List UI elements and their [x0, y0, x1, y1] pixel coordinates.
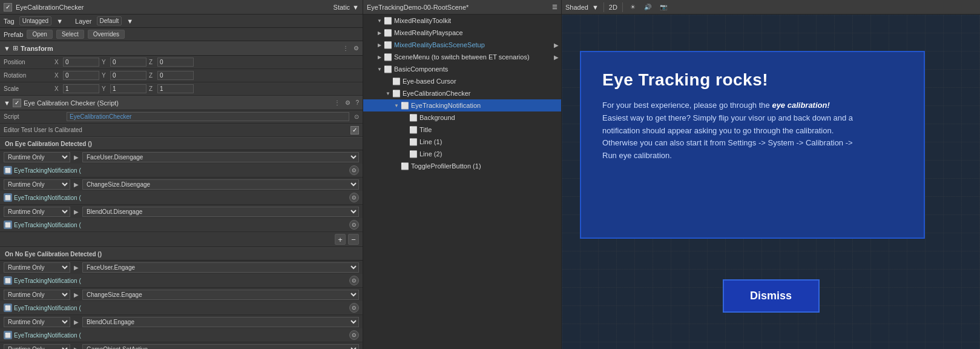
no-eye-cal-2-icon: ⬜ [4, 331, 12, 339]
rotation-z-input[interactable] [157, 71, 194, 80]
hier-arrow-basicscene: ▶ [375, 41, 384, 49]
position-y-field: Y [102, 58, 146, 67]
position-z-input[interactable] [157, 58, 194, 67]
hier-label-title: Title [419, 126, 432, 133]
body-bold: eye calibration! [772, 101, 829, 110]
script-link-icon[interactable]: ⊙ [354, 113, 359, 120]
no-eye-cal-1-runtime-select[interactable]: Runtime Only [4, 290, 70, 300]
script-settings-icon[interactable]: ⚙ [345, 99, 350, 106]
hier-item-scenemenu[interactable]: ▶ ⬜ SceneMenu (to switch between ET scen… [363, 51, 561, 63]
script-help-icon[interactable]: ? [355, 99, 359, 106]
script-fold-icon[interactable]: ▼ [4, 99, 10, 107]
script-enabled-toggle[interactable]: ✓ [13, 99, 21, 107]
hier-item-eyecalchecker[interactable]: ▼ ⬜ EyeCalibrationChecker [363, 87, 561, 99]
eye-cal-remove-btn[interactable]: − [348, 234, 359, 245]
no-eye-cal-1-icon: ⬜ [4, 304, 12, 312]
prefab-overrides-button[interactable]: Overrides [88, 30, 125, 39]
hier-icon-line2: ⬜ [409, 150, 418, 158]
calibrated-checkbox[interactable]: ✓ [350, 126, 359, 135]
arrow-icon-2: ▶ [74, 208, 79, 215]
prefab-select-button[interactable]: Select [56, 30, 84, 39]
camera-btn[interactable]: 📷 [657, 3, 669, 11]
eye-cal-1-function-select[interactable]: ChangeSize.Disengage [82, 179, 359, 190]
hier-arrow-basiccomp: ▼ [375, 65, 384, 73]
hier-item-eyetrackingnotif[interactable]: ▼ ⬜ EyeTrackingNotification [363, 99, 561, 111]
eye-cal-2-pick-btn[interactable]: ⊙ [349, 220, 359, 230]
tag-value[interactable]: Untagged [19, 16, 51, 25]
sz-label: Z [149, 85, 156, 92]
hier-item-basiccomponents[interactable]: ▼ ⬜ BasicComponents [363, 63, 561, 75]
rz-label: Z [149, 72, 156, 79]
transform-options-icon[interactable]: ⋮ [343, 45, 349, 52]
transform-fold-icon[interactable]: ▼ [4, 45, 10, 52]
eye-cal-entry-1-top: Runtime Only ▶ ChangeSize.Disengage [0, 178, 363, 191]
no-eye-cal-0-function-select[interactable]: FaceUser.Engage [82, 262, 359, 273]
script-options-icon[interactable]: ⋮ [334, 99, 340, 106]
view-2d[interactable]: 2D [609, 4, 617, 11]
hier-item-basicscenesetup[interactable]: ▶ ⬜ MixedRealityBasicSceneSetup ▶ [363, 39, 561, 51]
eye-cal-1-object-icon: ⬜ [4, 193, 12, 202]
no-eye-cal-entry-0: Runtime Only ▶ FaceUser.Engage ⬜ EyeTrac… [0, 261, 363, 288]
scale-z-input[interactable] [157, 84, 194, 93]
sun-btn[interactable]: ☀ [628, 3, 638, 11]
speaker-btn[interactable]: 🔊 [642, 3, 654, 11]
prefab-open-button[interactable]: Open [27, 30, 52, 39]
hier-item-playspace[interactable]: ▶ ⬜ MixedRealityPlayspace [363, 27, 561, 39]
no-eye-cal-0-object-field: ⬜ EyeTrackingNotification ( [4, 276, 347, 285]
position-x-input[interactable] [63, 58, 99, 67]
ry-label: Y [102, 72, 109, 79]
calibrated-row: Editor Test User Is Calibrated ✓ [0, 124, 363, 137]
dismiss-label: Dismiss [750, 290, 792, 302]
eye-cal-entry-2: Runtime Only ▶ BlendOut.Disengage ⬜ EyeT… [0, 205, 363, 232]
scale-x-field: X [54, 84, 99, 93]
no-eye-cal-0-runtime-select[interactable]: Runtime Only [4, 262, 70, 273]
hierarchy-menu-icon[interactable]: ☰ [552, 4, 557, 10]
no-eye-cal-0-pick-btn[interactable]: ⊙ [349, 276, 359, 285]
no-eye-cal-1-pick-btn[interactable]: ⊙ [349, 303, 359, 313]
hier-item-mixedrealitytoolkit[interactable]: ▼ ⬜ MixedRealityToolkit [363, 15, 561, 27]
eye-cal-0-function-select[interactable]: FaceUser.Disengage [82, 152, 359, 162]
no-eye-cal-3-runtime-select[interactable]: Runtime Only [4, 344, 70, 350]
scale-x-input[interactable] [63, 84, 99, 93]
transform-settings-icon[interactable]: ⚙ [354, 45, 359, 52]
on-eye-calibration-header: On Eye Calibration Detected () [0, 137, 363, 150]
calibrated-label: Editor Test User Is Calibrated [4, 127, 348, 133]
hier-item-line1[interactable]: ▶ ⬜ Line (1) [363, 136, 561, 148]
rotation-y-field: Y [102, 71, 146, 80]
eye-cal-1-runtime-select[interactable]: Runtime Only [4, 179, 70, 190]
eye-cal-1-pick-btn[interactable]: ⊙ [349, 193, 359, 202]
no-eye-cal-2-pick-btn[interactable]: ⊙ [349, 330, 359, 340]
no-eye-cal-0-name: EyeTrackingNotification ( [14, 278, 81, 284]
no-eye-cal-3-function-select[interactable]: GameObject.SetActive [82, 344, 359, 350]
hier-item-line2[interactable]: ▶ ⬜ Line (2) [363, 148, 561, 160]
hier-item-toggleprofiler[interactable]: ▶ ⬜ ToggleProfilerButton (1) [363, 160, 561, 172]
no-eye-cal-entry-0-top: Runtime Only ▶ FaceUser.Engage [0, 261, 363, 274]
hierarchy-content[interactable]: ▼ ⬜ MixedRealityToolkit ▶ ⬜ MixedReality… [363, 15, 561, 349]
eye-cal-2-object-field: ⬜ EyeTrackingNotification ( [4, 221, 347, 229]
eye-cal-0-pick-btn[interactable]: ⊙ [349, 165, 359, 175]
rotation-x-input[interactable] [63, 71, 99, 80]
script-value[interactable]: EyeCalibrationChecker [67, 112, 349, 121]
rotation-y-input[interactable] [110, 71, 146, 80]
dismiss-button[interactable]: Dismiss [723, 279, 820, 313]
hier-item-title[interactable]: ▶ ⬜ Title [363, 124, 561, 136]
no-eye-cal-1-function-select[interactable]: ChangeSize.Engage [82, 290, 359, 300]
eye-cal-0-object-icon: ⬜ [4, 166, 12, 174]
no-eye-cal-2-function-select[interactable]: BlendOut.Engage [82, 317, 359, 327]
position-y-input[interactable] [110, 58, 146, 67]
hier-item-eyecursor[interactable]: ▶ ⬜ Eye-based Cursor [363, 75, 561, 87]
hier-item-background[interactable]: ▶ ⬜ Background [363, 111, 561, 124]
no-eye-cal-2-runtime-select[interactable]: Runtime Only [4, 317, 70, 327]
eye-cal-add-btn[interactable]: + [335, 234, 346, 245]
shading-dropdown-icon[interactable]: ▼ [592, 4, 599, 11]
layer-value[interactable]: Default [97, 16, 122, 25]
static-label: Static [334, 4, 350, 11]
eye-cal-0-runtime-select[interactable]: Runtime Only [4, 152, 70, 162]
static-dropdown-icon[interactable]: ▼ [352, 4, 359, 11]
eye-cal-2-function-select[interactable]: BlendOut.Disengage [82, 207, 359, 217]
scale-y-input[interactable] [110, 84, 146, 93]
shading-mode[interactable]: Shaded [565, 4, 588, 11]
eye-cal-2-runtime-select[interactable]: Runtime Only [4, 207, 70, 217]
active-toggle[interactable]: ✓ [4, 3, 12, 12]
scale-row: Scale X Y Z [0, 82, 363, 96]
